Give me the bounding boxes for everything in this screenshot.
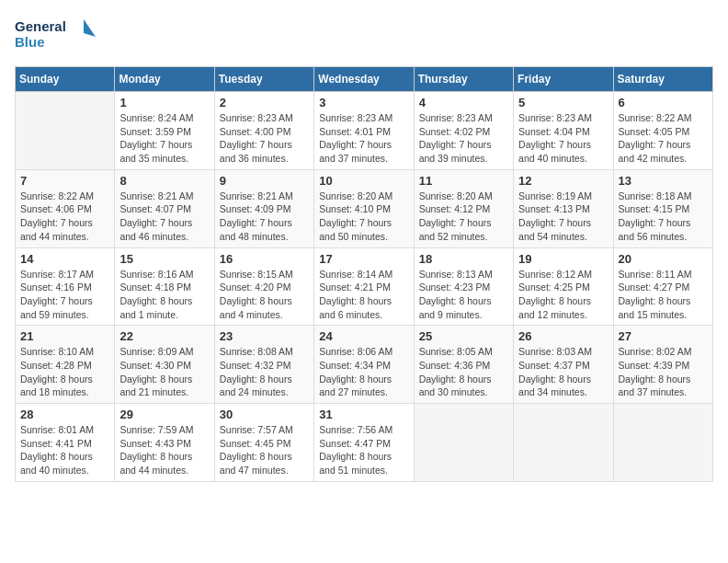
header-friday: Friday bbox=[514, 67, 613, 92]
day-info: Sunrise: 8:03 AMSunset: 4:37 PMDaylight:… bbox=[518, 345, 608, 399]
day-number: 21 bbox=[20, 329, 109, 343]
day-info: Sunrise: 8:19 AMSunset: 4:13 PMDaylight:… bbox=[518, 190, 608, 244]
day-info: Sunrise: 8:09 AMSunset: 4:30 PMDaylight:… bbox=[119, 345, 209, 399]
logo-svg: General Blue bbox=[15, 15, 97, 55]
calendar-cell: 23Sunrise: 8:08 AMSunset: 4:32 PMDayligh… bbox=[214, 326, 313, 404]
day-number: 4 bbox=[419, 96, 508, 109]
day-info: Sunrise: 8:16 AMSunset: 4:18 PMDaylight:… bbox=[119, 268, 209, 322]
calendar-cell bbox=[613, 404, 712, 482]
day-info: Sunrise: 8:11 AMSunset: 4:27 PMDaylight:… bbox=[619, 268, 708, 322]
day-number: 10 bbox=[319, 174, 408, 188]
day-number: 19 bbox=[518, 252, 608, 266]
calendar-cell: 7Sunrise: 8:22 AMSunset: 4:06 PMDaylight… bbox=[16, 169, 115, 247]
calendar-cell: 27Sunrise: 8:02 AMSunset: 4:39 PMDayligh… bbox=[613, 326, 712, 404]
calendar-header-row: SundayMondayTuesdayWednesdayThursdayFrid… bbox=[16, 67, 713, 92]
day-number: 14 bbox=[20, 252, 109, 266]
day-info: Sunrise: 8:05 AMSunset: 4:36 PMDaylight:… bbox=[419, 345, 508, 399]
calendar-cell: 5Sunrise: 8:23 AMSunset: 4:04 PMDaylight… bbox=[514, 92, 613, 170]
calendar-cell: 13Sunrise: 8:18 AMSunset: 4:15 PMDayligh… bbox=[613, 169, 712, 247]
day-number: 9 bbox=[220, 174, 309, 188]
calendar-cell bbox=[514, 404, 613, 482]
calendar-cell: 16Sunrise: 8:15 AMSunset: 4:20 PMDayligh… bbox=[214, 247, 313, 326]
day-info: Sunrise: 8:15 AMSunset: 4:20 PMDaylight:… bbox=[220, 268, 309, 322]
day-info: Sunrise: 8:13 AMSunset: 4:23 PMDaylight:… bbox=[419, 268, 508, 322]
day-info: Sunrise: 7:56 AMSunset: 4:47 PMDaylight:… bbox=[319, 423, 408, 477]
calendar-cell: 8Sunrise: 8:21 AMSunset: 4:07 PMDaylight… bbox=[115, 169, 214, 247]
calendar-cell: 24Sunrise: 8:06 AMSunset: 4:34 PMDayligh… bbox=[314, 326, 414, 404]
svg-marker-2 bbox=[84, 19, 96, 37]
calendar-week-row: 21Sunrise: 8:10 AMSunset: 4:28 PMDayligh… bbox=[16, 326, 713, 404]
calendar-cell: 19Sunrise: 8:12 AMSunset: 4:25 PMDayligh… bbox=[514, 247, 613, 326]
calendar-cell: 29Sunrise: 7:59 AMSunset: 4:43 PMDayligh… bbox=[115, 404, 214, 482]
calendar-cell: 14Sunrise: 8:17 AMSunset: 4:16 PMDayligh… bbox=[16, 247, 115, 326]
calendar-cell: 15Sunrise: 8:16 AMSunset: 4:18 PMDayligh… bbox=[115, 247, 214, 326]
day-number: 18 bbox=[419, 252, 508, 266]
day-number: 29 bbox=[119, 408, 209, 421]
day-number: 3 bbox=[319, 96, 408, 109]
day-info: Sunrise: 7:57 AMSunset: 4:45 PMDaylight:… bbox=[220, 423, 309, 477]
day-number: 23 bbox=[220, 329, 309, 343]
calendar-week-row: 14Sunrise: 8:17 AMSunset: 4:16 PMDayligh… bbox=[16, 247, 713, 326]
svg-text:General: General bbox=[15, 18, 66, 34]
calendar-cell: 9Sunrise: 8:21 AMSunset: 4:09 PMDaylight… bbox=[214, 169, 313, 247]
calendar-cell: 6Sunrise: 8:22 AMSunset: 4:05 PMDaylight… bbox=[613, 92, 712, 170]
day-number: 2 bbox=[220, 96, 309, 109]
calendar-cell: 17Sunrise: 8:14 AMSunset: 4:21 PMDayligh… bbox=[314, 247, 414, 326]
page-header: General Blue bbox=[15, 15, 713, 55]
day-number: 24 bbox=[319, 329, 408, 343]
calendar-cell: 30Sunrise: 7:57 AMSunset: 4:45 PMDayligh… bbox=[214, 404, 313, 482]
day-number: 17 bbox=[319, 252, 408, 266]
day-info: Sunrise: 8:23 AMSunset: 4:04 PMDaylight:… bbox=[518, 111, 608, 166]
calendar-cell: 2Sunrise: 8:23 AMSunset: 4:00 PMDaylight… bbox=[214, 92, 313, 170]
calendar-cell bbox=[414, 404, 513, 482]
header-wednesday: Wednesday bbox=[314, 67, 414, 92]
svg-text:Blue: Blue bbox=[15, 34, 45, 50]
day-number: 6 bbox=[619, 96, 708, 109]
day-number: 31 bbox=[319, 408, 408, 421]
calendar-cell: 26Sunrise: 8:03 AMSunset: 4:37 PMDayligh… bbox=[514, 326, 613, 404]
calendar-cell: 20Sunrise: 8:11 AMSunset: 4:27 PMDayligh… bbox=[613, 247, 712, 326]
calendar-cell: 18Sunrise: 8:13 AMSunset: 4:23 PMDayligh… bbox=[414, 247, 513, 326]
header-sunday: Sunday bbox=[16, 67, 115, 92]
day-number: 28 bbox=[20, 408, 109, 421]
day-info: Sunrise: 8:21 AMSunset: 4:07 PMDaylight:… bbox=[119, 190, 209, 244]
header-thursday: Thursday bbox=[414, 67, 513, 92]
calendar-table: SundayMondayTuesdayWednesdayThursdayFrid… bbox=[15, 66, 713, 482]
day-number: 1 bbox=[119, 96, 209, 109]
day-info: Sunrise: 8:22 AMSunset: 4:05 PMDaylight:… bbox=[619, 111, 708, 166]
header-saturday: Saturday bbox=[613, 67, 712, 92]
day-info: Sunrise: 8:10 AMSunset: 4:28 PMDaylight:… bbox=[20, 345, 109, 399]
day-info: Sunrise: 8:23 AMSunset: 4:02 PMDaylight:… bbox=[419, 111, 508, 166]
day-info: Sunrise: 8:14 AMSunset: 4:21 PMDaylight:… bbox=[319, 268, 408, 322]
day-number: 13 bbox=[619, 174, 708, 188]
calendar-cell bbox=[16, 92, 115, 170]
day-number: 22 bbox=[119, 329, 209, 343]
day-info: Sunrise: 8:24 AMSunset: 3:59 PMDaylight:… bbox=[119, 111, 209, 166]
day-number: 12 bbox=[518, 174, 608, 188]
calendar-cell: 28Sunrise: 8:01 AMSunset: 4:41 PMDayligh… bbox=[16, 404, 115, 482]
day-info: Sunrise: 8:17 AMSunset: 4:16 PMDaylight:… bbox=[20, 268, 109, 322]
day-number: 16 bbox=[220, 252, 309, 266]
calendar-week-row: 1Sunrise: 8:24 AMSunset: 3:59 PMDaylight… bbox=[16, 92, 713, 170]
calendar-cell: 1Sunrise: 8:24 AMSunset: 3:59 PMDaylight… bbox=[115, 92, 214, 170]
calendar-week-row: 28Sunrise: 8:01 AMSunset: 4:41 PMDayligh… bbox=[16, 404, 713, 482]
day-info: Sunrise: 8:20 AMSunset: 4:10 PMDaylight:… bbox=[319, 190, 408, 244]
day-info: Sunrise: 8:21 AMSunset: 4:09 PMDaylight:… bbox=[220, 190, 309, 244]
day-info: Sunrise: 8:20 AMSunset: 4:12 PMDaylight:… bbox=[419, 190, 508, 244]
day-info: Sunrise: 8:01 AMSunset: 4:41 PMDaylight:… bbox=[20, 423, 109, 477]
day-number: 26 bbox=[518, 329, 608, 343]
day-info: Sunrise: 8:23 AMSunset: 4:00 PMDaylight:… bbox=[220, 111, 309, 166]
logo: General Blue bbox=[15, 15, 97, 55]
day-info: Sunrise: 8:23 AMSunset: 4:01 PMDaylight:… bbox=[319, 111, 408, 166]
calendar-week-row: 7Sunrise: 8:22 AMSunset: 4:06 PMDaylight… bbox=[16, 169, 713, 247]
calendar-cell: 4Sunrise: 8:23 AMSunset: 4:02 PMDaylight… bbox=[414, 92, 513, 170]
day-number: 27 bbox=[619, 329, 708, 343]
day-info: Sunrise: 7:59 AMSunset: 4:43 PMDaylight:… bbox=[119, 423, 209, 477]
calendar-cell: 25Sunrise: 8:05 AMSunset: 4:36 PMDayligh… bbox=[414, 326, 513, 404]
day-number: 7 bbox=[20, 174, 109, 188]
calendar-cell: 10Sunrise: 8:20 AMSunset: 4:10 PMDayligh… bbox=[314, 169, 414, 247]
day-number: 20 bbox=[619, 252, 708, 266]
calendar-cell: 3Sunrise: 8:23 AMSunset: 4:01 PMDaylight… bbox=[314, 92, 414, 170]
calendar-cell: 31Sunrise: 7:56 AMSunset: 4:47 PMDayligh… bbox=[314, 404, 414, 482]
day-info: Sunrise: 8:18 AMSunset: 4:15 PMDaylight:… bbox=[619, 190, 708, 244]
